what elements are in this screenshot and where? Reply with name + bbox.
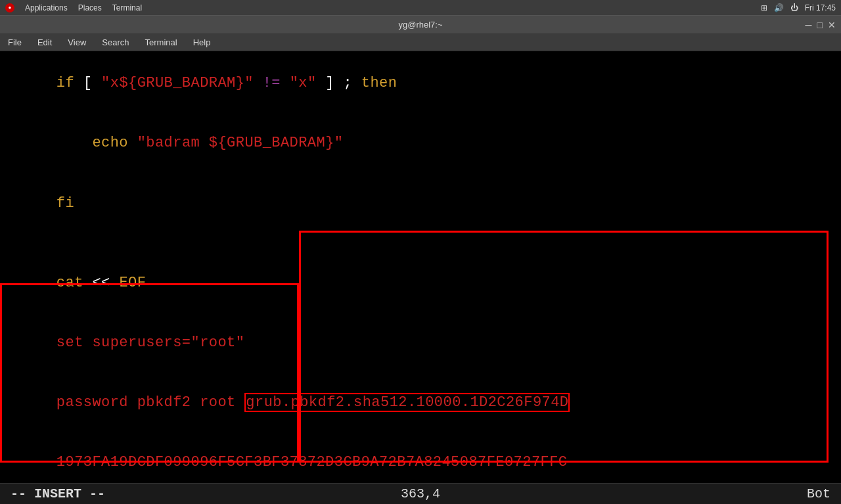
code-line-5: set superusers="root"	[3, 313, 838, 373]
terminal-content[interactable]: if [ "x${GRUB_BADRAM}" != "x" ] ; then e…	[0, 51, 841, 483]
network-icon: ⊞	[761, 3, 767, 12]
status-bar: -- INSERT -- 363,4 Bot	[0, 483, 841, 504]
power-icon[interactable]: ⏻	[790, 3, 798, 12]
terminal-window: yg@rhel7:~ ─ □ ✕ File Edit View Search T…	[0, 16, 841, 504]
file-menu[interactable]: File	[5, 36, 24, 49]
string-x: "x"	[290, 75, 317, 91]
places-menu[interactable]: Places	[78, 3, 102, 12]
keyword-if: if	[57, 75, 74, 91]
system-bar: ● Applications Places Terminal ⊞ 🔊 ⏻ Fri…	[0, 0, 841, 16]
terminal-menu-item[interactable]: Terminal	[143, 36, 180, 49]
keyword-echo: echo	[92, 135, 128, 151]
operator-neq: !=	[263, 75, 281, 91]
heredoc-hash-2: 1973FA19DCDF099096F5CF3BF37872D3CB9A72B7…	[57, 454, 568, 470]
keyword-cat: cat	[57, 275, 83, 291]
applications-menu[interactable]: Applications	[25, 3, 68, 12]
minimize-button[interactable]: ─	[806, 20, 812, 30]
terminal-menu[interactable]: Terminal	[112, 3, 142, 12]
scroll-position: Bot	[557, 486, 830, 501]
keyword-eof-start: EOF	[119, 275, 146, 291]
string-badram: "badram ${GRUB_BADRAM}"	[137, 135, 344, 151]
help-menu[interactable]: Help	[191, 36, 214, 49]
code-line-6: password pbkdf2 root grub.pbkdf2.sha512.…	[3, 373, 838, 433]
title-bar: yg@rhel7:~ ─ □ ✕	[0, 16, 841, 34]
code-line-7: 1973FA19DCDF099096F5CF3BF37872D3CB9A72B7…	[3, 433, 838, 483]
view-menu[interactable]: View	[65, 36, 89, 49]
redhat-logo: ●	[5, 3, 14, 12]
maximize-button[interactable]: □	[817, 20, 823, 30]
code-line-4: cat << EOF	[3, 254, 838, 313]
heredoc-hash-1: grub.pbkdf2.sha512.10000.1D2C26F974D	[244, 393, 570, 412]
code-line-1: if [ "x${GRUB_BADRAM}" != "x" ] ; then	[3, 54, 838, 114]
close-button[interactable]: ✕	[828, 20, 836, 30]
window-title: yg@rhel7:~	[398, 20, 442, 30]
search-menu[interactable]: Search	[99, 36, 131, 49]
code-line-2: echo "badram ${GRUB_BADRAM}"	[3, 114, 838, 173]
volume-icon: 🔊	[774, 3, 784, 12]
vim-mode: -- INSERT --	[11, 486, 284, 501]
clock: Fri 17:45	[805, 3, 836, 12]
heredoc-set: set superusers="root"	[57, 334, 245, 351]
menu-bar: File Edit View Search Terminal Help	[0, 34, 841, 51]
keyword-then: then	[361, 75, 398, 91]
code-line-blank	[3, 233, 838, 253]
cursor-position: 363,4	[284, 486, 557, 501]
edit-menu[interactable]: Edit	[35, 36, 55, 49]
code-line-3: fi	[3, 173, 838, 233]
heredoc-password: password pbkdf2 root	[57, 394, 245, 411]
string-x-grub: "x${GRUB_BADRAM}"	[101, 75, 254, 91]
keyword-fi: fi	[57, 195, 74, 212]
